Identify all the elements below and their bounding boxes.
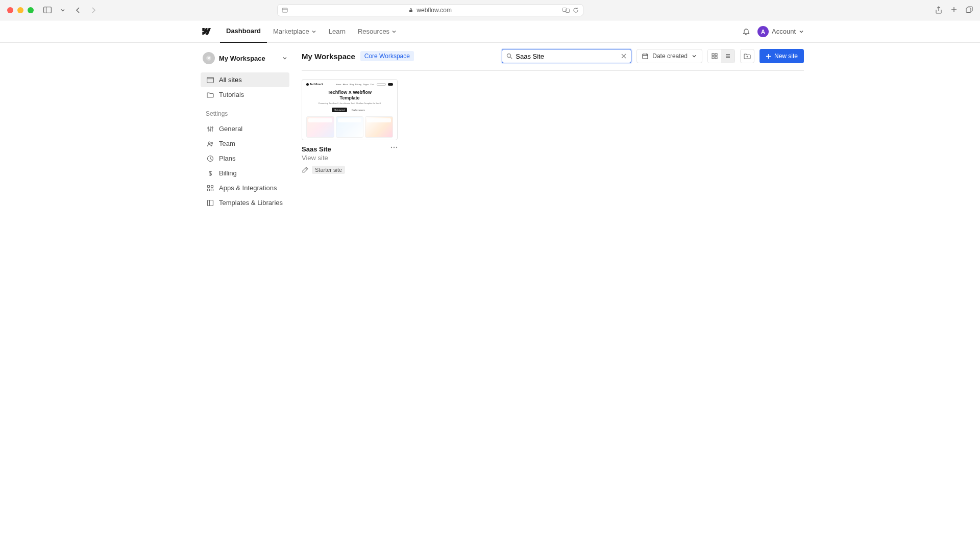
maximize-window-icon[interactable] xyxy=(28,7,34,13)
chevron-down-icon xyxy=(391,29,397,34)
webflow-logo-icon[interactable] xyxy=(201,28,211,35)
sidebar-section-settings: Settings xyxy=(201,102,289,121)
layout-icon xyxy=(207,199,214,207)
account-menu[interactable]: A Account xyxy=(757,26,804,37)
minimize-window-icon[interactable] xyxy=(17,7,23,13)
lock-icon xyxy=(408,8,413,13)
search-icon xyxy=(506,53,513,60)
close-window-icon[interactable] xyxy=(7,7,13,13)
sidebar-toggle-icon[interactable] xyxy=(42,5,53,16)
dollar-icon xyxy=(207,170,214,177)
sort-dropdown[interactable]: Date created xyxy=(636,49,702,63)
refresh-icon[interactable] xyxy=(573,7,579,13)
chevron-down-icon xyxy=(799,29,804,34)
draft-icon xyxy=(302,166,309,173)
svg-line-29 xyxy=(510,57,512,59)
svg-rect-22 xyxy=(208,185,210,187)
sidebar-item-label: Team xyxy=(219,140,235,147)
translate-icon[interactable] xyxy=(562,7,570,13)
url-bar[interactable]: webflow.com xyxy=(277,4,583,16)
sidebar-item-tutorials[interactable]: Tutorials xyxy=(201,87,289,102)
svg-point-49 xyxy=(396,147,397,148)
nav-dashboard[interactable]: Dashboard xyxy=(220,20,267,43)
divider xyxy=(302,70,804,71)
site-card[interactable]: Techflow X HomeAboutBlogPricingPagesCart… xyxy=(302,79,398,174)
chevron-down-icon xyxy=(311,29,316,34)
notifications-icon[interactable] xyxy=(742,28,750,36)
new-site-button[interactable]: New site xyxy=(760,49,804,63)
grid-view-button[interactable] xyxy=(708,49,721,63)
nav-marketplace[interactable]: Marketplace xyxy=(267,20,323,43)
chevron-down-icon xyxy=(692,54,697,59)
svg-rect-37 xyxy=(715,54,717,56)
nav-label: Resources xyxy=(358,28,389,35)
sidebar-item-label: Billing xyxy=(219,169,237,177)
workspace-icon xyxy=(203,52,215,64)
sort-label: Date created xyxy=(652,53,688,60)
sidebar-item-templates[interactable]: Templates & Libraries xyxy=(201,195,289,210)
forward-button xyxy=(88,5,99,16)
svg-point-20 xyxy=(211,142,213,144)
folder-heart-icon xyxy=(207,91,214,98)
sidebar-item-label: General xyxy=(219,125,242,133)
sidebar-item-plans[interactable]: Plans xyxy=(201,151,289,166)
sidebar-item-apps[interactable]: Apps & Integrations xyxy=(201,181,289,195)
svg-rect-2 xyxy=(282,8,287,12)
avatar-letter: A xyxy=(761,29,765,35)
sidebar-item-label: Apps & Integrations xyxy=(219,184,277,192)
new-folder-button[interactable] xyxy=(740,49,754,63)
team-icon xyxy=(207,140,214,147)
chevron-down-icon[interactable] xyxy=(57,5,68,16)
svg-rect-24 xyxy=(208,189,210,191)
svg-point-28 xyxy=(507,54,511,58)
content-area: My Workspace Core Workspace Date created xyxy=(295,49,804,210)
back-button[interactable] xyxy=(72,5,84,16)
site-thumbnail[interactable]: Techflow X HomeAboutBlogPricingPagesCart… xyxy=(302,79,398,140)
svg-line-50 xyxy=(306,168,307,170)
workspace-plan-badge: Core Workspace xyxy=(360,51,414,61)
svg-rect-23 xyxy=(211,185,213,187)
sidebar-item-all-sites[interactable]: All sites xyxy=(201,72,289,87)
tabs-icon[interactable] xyxy=(966,6,973,14)
sidebar-item-team[interactable]: Team xyxy=(201,136,289,151)
site-more-icon[interactable] xyxy=(390,146,398,148)
list-view-button[interactable] xyxy=(721,49,734,63)
svg-point-16 xyxy=(208,127,209,128)
svg-rect-39 xyxy=(715,57,717,59)
nav-label: Learn xyxy=(329,28,346,35)
account-label: Account xyxy=(772,28,796,35)
svg-rect-9 xyxy=(966,8,971,12)
thumb-brand: Techflow X xyxy=(310,83,323,86)
workspace-name: My Workspace xyxy=(219,55,278,62)
svg-point-48 xyxy=(394,147,395,148)
sidebar-item-billing[interactable]: Billing xyxy=(201,166,289,181)
browser-chrome: webflow.com xyxy=(0,0,980,20)
clear-search-icon[interactable] xyxy=(620,53,627,60)
website-settings-icon[interactable] xyxy=(282,7,288,13)
svg-rect-25 xyxy=(211,189,213,191)
svg-rect-38 xyxy=(712,57,714,59)
nav-label: Dashboard xyxy=(226,27,261,35)
sidebar-item-label: Plans xyxy=(219,155,236,162)
calendar-icon xyxy=(642,53,648,59)
svg-rect-26 xyxy=(208,200,213,206)
url-text: webflow.com xyxy=(416,7,452,14)
svg-rect-36 xyxy=(712,54,714,56)
window-controls xyxy=(7,7,34,13)
search-input[interactable] xyxy=(502,49,631,63)
site-plan-badge: Starter site xyxy=(312,166,345,174)
share-icon[interactable] xyxy=(935,6,942,14)
nav-resources[interactable]: Resources xyxy=(352,20,403,43)
view-site-link[interactable]: View site xyxy=(302,154,331,162)
svg-point-18 xyxy=(212,126,213,127)
sidebar: My Workspace All sites Tutorials Setting… xyxy=(201,49,295,210)
content-header: My Workspace Core Workspace Date created xyxy=(302,49,804,63)
site-name: Saas Site xyxy=(302,145,331,153)
new-tab-icon[interactable] xyxy=(950,6,958,14)
svg-rect-11 xyxy=(207,77,214,83)
view-toggle xyxy=(707,49,735,63)
nav-learn[interactable]: Learn xyxy=(323,20,352,43)
sidebar-item-general[interactable]: General xyxy=(201,121,289,136)
workspace-selector[interactable]: My Workspace xyxy=(201,49,289,67)
svg-point-19 xyxy=(208,142,210,144)
